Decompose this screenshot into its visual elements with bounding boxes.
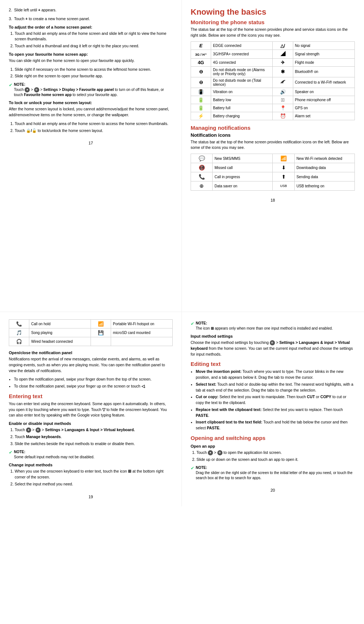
icon-cell: 📍 bbox=[273, 104, 293, 112]
table-row: ⊕ Data saver on USB USB tethering on bbox=[191, 181, 355, 191]
label-cell: GPS on bbox=[293, 104, 354, 112]
icon-cell: 💬 bbox=[191, 154, 213, 163]
label-cell: Song playing bbox=[29, 328, 91, 337]
list-item: Slide right on the screen to open your f… bbox=[15, 73, 173, 79]
icon-cell: 📳 bbox=[191, 88, 211, 96]
home-icon: ● bbox=[26, 427, 31, 433]
icon-cell: 🎵 bbox=[9, 328, 29, 337]
label-cell: Connected to a Wi-Fi® network bbox=[293, 77, 354, 88]
page20-number: 20 bbox=[191, 488, 355, 492]
open-close-notif-heading: Open/close the notification panel bbox=[9, 350, 173, 355]
label-cell: Phone microphone off bbox=[293, 96, 354, 104]
grid-icon: ⊕ bbox=[217, 450, 223, 455]
list-item: Select text: Touch and hold or double-ta… bbox=[196, 382, 355, 393]
open-close-bullets: To open the notification panel, swipe yo… bbox=[9, 377, 173, 389]
page-20: ✔ NOTE: The icon ⊞ appears only when mor… bbox=[182, 312, 364, 506]
page-17: 2. Slide left until + appears. 3. Touch … bbox=[0, 0, 182, 312]
label-cell: Data saver on bbox=[213, 181, 273, 191]
top-pages-row: 2. Slide left until + appears. 3. Touch … bbox=[0, 0, 364, 312]
change-input-list: When you use the onscreen keyboard to en… bbox=[9, 469, 173, 487]
page17-adjust-heading: To adjust the order of a home screen pan… bbox=[9, 25, 173, 29]
list-item: Touch ● > ⊕ > Settings > Languages & Inp… bbox=[15, 427, 173, 433]
status-icons-table: E EDGE connected △/ No signal 3G / H⁺ 3G… bbox=[191, 41, 355, 120]
label-cell: Battery full bbox=[211, 104, 273, 112]
change-input-heading: Change input methods bbox=[9, 463, 173, 467]
list-item: Move the insertion point: Touch where yo… bbox=[196, 369, 355, 381]
icon-cell: 4G bbox=[191, 58, 211, 66]
page18-number: 18 bbox=[191, 198, 355, 202]
enable-input-heading: Enable or disable input methods bbox=[9, 421, 173, 426]
entering-text-title: Entering text bbox=[9, 393, 173, 399]
list-item: Touch ● > ⊕ to open the application list… bbox=[196, 450, 355, 456]
label-cell: Alarm set bbox=[293, 112, 354, 120]
icon-cell: ⊕ bbox=[191, 181, 213, 191]
table-row: 📵 Missed call ⬇ Downloading data bbox=[191, 163, 355, 172]
list-item: To open the notification panel, swipe yo… bbox=[14, 377, 173, 382]
list-item: Touch and hold an empty area of the home… bbox=[15, 121, 173, 127]
notif-icons-table: 💬 New SMS/MMS 📶 New Wi-Fi network detect… bbox=[191, 154, 355, 191]
enable-input-list: Touch ● > ⊕ > Settings > Languages & Inp… bbox=[9, 427, 173, 447]
managing-notif-title: Managing notifications bbox=[191, 125, 355, 131]
page17-fav-list: Slide right if necessary on the home scr… bbox=[9, 67, 173, 80]
page17-step3: 3. Touch + to create a new home screen p… bbox=[9, 16, 173, 22]
label-cell: Missed call bbox=[213, 163, 273, 172]
list-item: Slide up or down on the screen and touch… bbox=[196, 457, 355, 463]
label-cell: Battery charging bbox=[211, 112, 273, 120]
label-cell: Downloading data bbox=[294, 163, 354, 172]
icon-cell: 📞 bbox=[9, 320, 29, 328]
page-19: 📞 Call on hold 📶 Portable Wi-Fi hotspot … bbox=[0, 312, 182, 506]
icon-cell: 📵 bbox=[191, 163, 213, 172]
label-cell: microSD card mounted bbox=[111, 328, 172, 337]
page20-note2: ✔ NOTE: Drag the slider on the right sid… bbox=[191, 465, 355, 481]
icon-cell: 🎙̶ bbox=[273, 96, 293, 104]
note-icon: ✔ bbox=[191, 321, 194, 326]
list-item: Touch 🔒/🔓 to lock/unlock the home screen… bbox=[15, 128, 173, 134]
table-row: 3G / H⁺ 3G/HSPA+ connected Signal streng… bbox=[191, 49, 355, 58]
grid-icon: ⊕ bbox=[270, 340, 275, 345]
label-cell: Vibration on bbox=[211, 88, 273, 96]
page20-note1: ✔ NOTE: The icon ⊞ appears only when mor… bbox=[191, 321, 355, 331]
note-icon: ✔ bbox=[9, 82, 12, 88]
icon-cell: ✱ bbox=[273, 66, 293, 77]
label-cell: EDGE connected bbox=[211, 41, 273, 49]
list-item: Slide right if necessary on the home scr… bbox=[15, 67, 173, 73]
list-item: Touch and hold a thumbnail and drag it l… bbox=[15, 43, 173, 49]
page-18: Knowing the basics Monitoring the phone … bbox=[182, 0, 364, 312]
monitoring-title: Monitoring the phone status bbox=[191, 19, 355, 25]
label-cell: Do not disturb mode on (Total silence) bbox=[211, 77, 273, 88]
table-row: 🔋 Battery full 📍 GPS on bbox=[191, 104, 355, 112]
icon-cell: ⊖ bbox=[191, 77, 211, 88]
label-cell: Wired headset connected bbox=[29, 337, 91, 346]
home-icon: ● bbox=[25, 87, 30, 92]
table-row: 📞 Call on hold 📶 Portable Wi-Fi hotspot … bbox=[9, 320, 173, 328]
note-icon: ✔ bbox=[191, 466, 194, 471]
list-item: Select the input method you need. bbox=[15, 481, 173, 487]
label-cell: Call on hold bbox=[29, 320, 91, 328]
icon-cell: ⚡ bbox=[191, 112, 211, 120]
page17-adjust-list: Touch and hold an empty area of the home… bbox=[9, 31, 173, 49]
icon-cell: ⊖ bbox=[191, 66, 211, 77]
label-cell: 3G/HSPA+ connected bbox=[211, 49, 273, 58]
list-item: When you use the onscreen keyboard to en… bbox=[15, 469, 173, 480]
open-close-text: Notifications report the arrival of new … bbox=[9, 356, 173, 374]
note-text: NOTE: The icon ⊞ appears only when more … bbox=[196, 321, 333, 331]
icon-cell: 📶 bbox=[91, 320, 111, 328]
list-item: To close the notification panel, swipe y… bbox=[14, 383, 173, 389]
bottom-pages-row: 📞 Call on hold 📶 Portable Wi-Fi hotspot … bbox=[0, 312, 364, 506]
knowing-basics-title: Knowing the basics bbox=[191, 7, 355, 17]
label-cell: Portable Wi-Fi hotspot on bbox=[111, 320, 172, 328]
notif-icons-intro: The status bar at the top of the home sc… bbox=[191, 139, 355, 151]
entering-text-body: You can enter text using the onscreen ke… bbox=[9, 401, 173, 418]
label-cell: New Wi-Fi network detected bbox=[294, 154, 354, 163]
icon-cell: E bbox=[191, 41, 211, 49]
page17-number: 17 bbox=[9, 141, 173, 145]
label-cell: Speaker on bbox=[293, 88, 354, 96]
table-row: E EDGE connected △/ No signal bbox=[191, 41, 355, 49]
note-text: NOTE: Some default input methods may not… bbox=[14, 449, 95, 460]
icon-cell: 3G / H⁺ bbox=[191, 49, 211, 58]
table-row: 🎧 Wired headset connected bbox=[9, 337, 173, 346]
editing-text-bullets: Move the insertion point: Touch where yo… bbox=[191, 369, 355, 431]
page17-lock-heading: To lock or unlock your home screen layou… bbox=[9, 100, 173, 105]
table-row: 4G 4G connected ✈ Flight mode bbox=[191, 58, 355, 66]
open-app-heading: Open an app bbox=[191, 444, 355, 448]
